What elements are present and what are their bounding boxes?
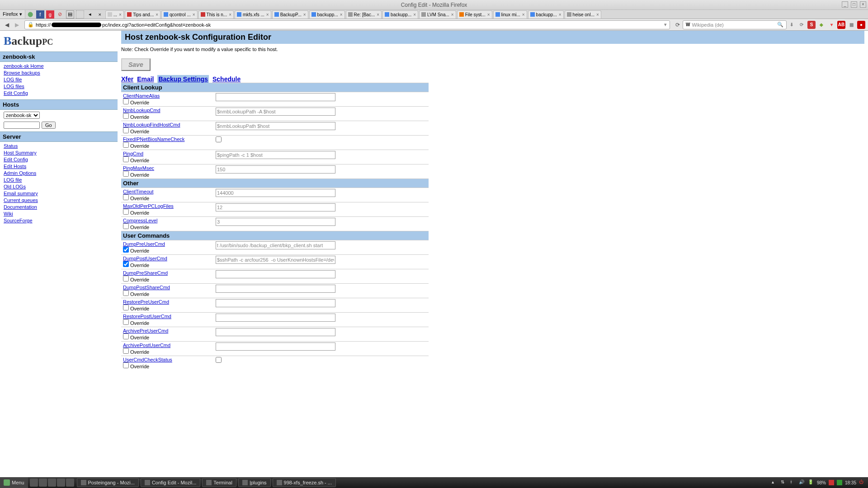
override-label[interactable]: Override [123,127,212,134]
sidebar-link[interactable]: Edit Config [4,156,114,163]
sidebar-link[interactable]: Edit Config [4,90,114,97]
browser-tab[interactable]: backupp...× [528,10,564,19]
override-label[interactable]: Override [123,223,212,230]
browser-tab[interactable]: ...× [105,10,124,19]
tab-close-icon[interactable]: × [229,12,231,17]
override-label[interactable]: Override [123,348,212,355]
search-bar[interactable]: W Wikipedia (de) 🔍 [683,20,787,29]
override-checkbox[interactable] [123,276,129,282]
browser-tab[interactable]: heise onl...× [565,10,601,19]
value-input[interactable] [216,122,335,130]
override-checkbox[interactable] [123,247,129,253]
session-icon[interactable]: ▦ [847,21,855,29]
value-input[interactable] [216,299,335,307]
tab-close-icon[interactable]: × [303,12,306,17]
override-checkbox[interactable] [123,362,129,368]
param-link[interactable]: CompressLevel [123,218,157,223]
window-minimize-button[interactable]: _ [842,1,848,8]
reload-ext-icon[interactable]: ⟳ [797,21,806,29]
sidebar-link[interactable]: Email summary [4,190,114,197]
value-input[interactable] [216,314,335,322]
browser-tab[interactable]: BackupP...× [272,10,308,19]
param-link[interactable]: RestorePreUserCmd [123,299,169,305]
sidebar-link[interactable]: LOG files [4,83,114,90]
tab-schedule[interactable]: Schedule [212,75,241,83]
override-checkbox[interactable] [123,319,129,325]
param-link[interactable]: ArchivePreUserCmd [123,328,168,333]
param-link[interactable]: DumpPreShareCmd [123,270,168,276]
param-link[interactable]: MaxOldPerPCLogFiles [123,203,174,209]
value-checkbox[interactable] [216,357,222,363]
override-checkbox[interactable] [123,290,129,296]
sidebar-link[interactable]: Current queues [4,197,114,204]
tab-xfer[interactable]: Xfer [121,75,133,83]
dropdown-icon[interactable]: ▾ [664,22,667,28]
tab-close-icon[interactable]: × [119,12,122,17]
sidebar-link[interactable]: Browse backups [4,70,114,76]
override-label[interactable]: Override [123,142,212,149]
browser-tab[interactable]: Tips and...× [125,10,160,19]
back-button[interactable]: ◀ [3,21,11,29]
override-label[interactable]: Override [123,319,212,326]
firefox-menu-button[interactable]: Firefox ▾ [0,10,25,19]
sidebar-link[interactable]: LOG file [4,76,114,83]
param-link[interactable]: ArchivePostUserCmd [123,343,170,348]
browser-tab[interactable]: mkfs.xfs ...× [235,10,271,19]
param-link[interactable]: RestorePostUserCmd [123,314,171,319]
tab-close-icon[interactable]: × [266,12,269,17]
search-provider-icon[interactable]: W [686,22,690,27]
window-close-button[interactable]: × [860,1,866,8]
override-label[interactable]: Override [123,194,212,201]
value-input[interactable] [216,93,335,101]
value-input[interactable] [216,165,335,174]
host-search-input[interactable] [4,122,40,129]
override-checkbox[interactable] [123,209,129,215]
adblock-icon[interactable]: AB [837,21,845,29]
override-label[interactable]: Override [123,333,212,340]
param-link[interactable]: NmbLookupFindHostCmd [123,122,180,127]
override-label[interactable]: Override [123,99,212,105]
reload-button[interactable]: ⟳ [674,21,682,29]
value-input[interactable] [216,256,335,264]
override-checkbox[interactable] [123,305,129,310]
search-icon[interactable]: 🔍 [777,22,783,28]
param-link[interactable]: DumpPostUserCmd [123,256,167,261]
lastpass-icon[interactable]: ● [857,21,865,29]
browser-tab[interactable]: linux mi...× [493,10,527,19]
tab-close-icon[interactable]: × [596,12,599,17]
tab-close-icon[interactable]: × [156,12,158,17]
value-input[interactable] [216,270,335,278]
override-checkbox[interactable] [123,261,129,267]
param-link[interactable]: PingMaxMsec [123,165,154,171]
browser-tab[interactable]: qcontrol ...× [161,10,198,19]
override-checkbox[interactable] [123,113,129,119]
google-plus-icon[interactable]: g [46,10,54,19]
tab-close-icon[interactable]: × [193,12,195,17]
param-link[interactable]: ClientNameAlias [123,93,160,99]
override-checkbox[interactable] [123,223,129,229]
value-input[interactable] [216,241,335,249]
value-input[interactable] [216,285,335,293]
tab-back-icon[interactable]: ◂ [86,10,94,19]
param-link[interactable]: DumpPreUserCmd [123,241,165,247]
override-checkbox[interactable] [123,194,129,200]
sidebar-link[interactable]: Old LOGs [4,183,114,190]
browser-tab[interactable]: Re: [Bac...× [346,10,382,19]
override-label[interactable]: Override [123,305,212,311]
shield-icon[interactable]: ◆ [817,21,826,29]
value-input[interactable] [216,108,335,116]
browser-tab[interactable]: LVM Sna...× [419,10,456,19]
override-label[interactable]: Override [123,247,212,253]
override-checkbox[interactable] [123,156,129,162]
go-button[interactable] [42,122,56,129]
value-checkbox[interactable] [216,136,222,142]
newtab-icon[interactable] [76,10,84,19]
tab-close-icon[interactable]: × [340,12,343,17]
sidebar-link[interactable]: Host Summary [4,150,114,156]
override-checkbox[interactable] [123,127,129,133]
value-input[interactable] [216,151,335,159]
value-input[interactable] [216,328,335,336]
readability-icon[interactable]: ▤ [66,10,74,19]
override-label[interactable]: Override [123,276,212,282]
param-link[interactable]: PingCmd [123,151,143,156]
